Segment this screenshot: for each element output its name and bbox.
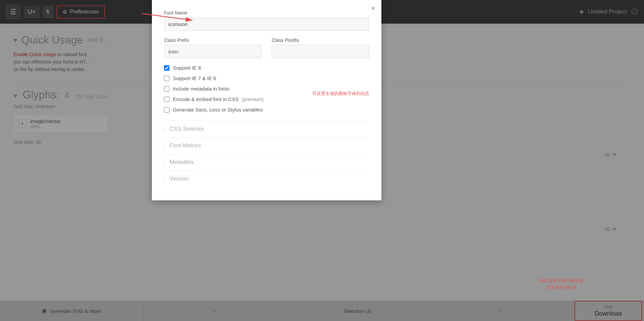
font-metrics-label: Font Metrics: [169, 142, 201, 149]
support-ie8-label: Support IE 8: [173, 65, 201, 71]
chevron-metadata-icon: ›: [164, 160, 165, 165]
support-ie76-item[interactable]: Support IE 7 & IE 6: [164, 75, 369, 81]
class-postfix-label: Class Postfix: [272, 38, 369, 43]
encode-embed-item[interactable]: Encode & embed font in CSS (premium): [164, 96, 369, 102]
version-row[interactable]: › Version: [164, 170, 369, 187]
font-name-input[interactable]: [164, 18, 369, 31]
support-ie76-label: Support IE 7 & IE 6: [173, 75, 216, 81]
class-postfix-field: Class Postfix: [272, 38, 369, 58]
support-ie8-item[interactable]: Support IE 8: [164, 65, 369, 71]
generate-sass-checkbox[interactable]: [164, 107, 169, 113]
class-prefix-field: Class Prefix: [164, 38, 262, 58]
modal-close-button[interactable]: ×: [371, 5, 375, 12]
font-name-field: Font Name: [164, 10, 369, 38]
preferences-modal: × Font Name Class Prefix Class Postfix S…: [152, 0, 381, 200]
include-metadata-label: Include metadata in fonts: [173, 86, 230, 92]
class-prefix-label: Class Prefix: [164, 38, 262, 43]
support-ie76-checkbox[interactable]: [164, 76, 169, 81]
support-ie8-checkbox[interactable]: [164, 65, 169, 71]
encode-embed-checkbox[interactable]: [164, 97, 169, 102]
premium-badge: (premium): [242, 97, 264, 102]
chinese-annotation: 可设置生成的图标字体的信息: [312, 91, 369, 97]
generate-sass-label: Generate Sass, Less or Stylus variables: [173, 107, 263, 113]
class-postfix-input[interactable]: [272, 45, 369, 58]
version-label: Version: [169, 175, 189, 182]
class-fields-row: Class Prefix Class Postfix: [164, 38, 369, 58]
include-metadata-checkbox[interactable]: [164, 86, 169, 92]
font-metrics-row[interactable]: › Font Metrics: [164, 137, 369, 154]
generate-sass-item[interactable]: Generate Sass, Less or Stylus variables: [164, 107, 369, 113]
chevron-css-icon: ›: [164, 127, 165, 132]
metadata-label: Metadata: [169, 159, 193, 166]
encode-embed-label: Encode & embed font in CSS: [173, 96, 239, 102]
css-selector-label: CSS Selector: [169, 126, 204, 132]
checkbox-group: Support IE 8 Support IE 7 & IE 6 Include…: [164, 65, 369, 113]
css-selector-row[interactable]: › CSS Selector: [164, 121, 369, 137]
chevron-version-icon: ›: [164, 176, 165, 181]
font-name-label: Font Name: [164, 10, 369, 16]
metadata-row[interactable]: › Metadata: [164, 154, 369, 170]
chevron-font-metrics-icon: ›: [164, 143, 165, 148]
class-prefix-input[interactable]: [164, 45, 262, 58]
